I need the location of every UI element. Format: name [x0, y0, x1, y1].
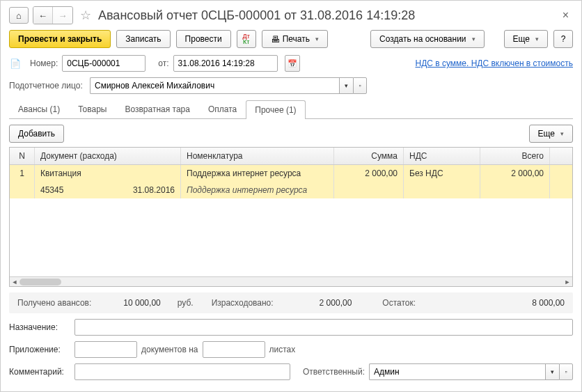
close-icon: × — [563, 9, 569, 21]
responsible-combo: ▾ ▫ — [369, 363, 573, 380]
cell-doc: Квитанция — [35, 165, 181, 182]
col-total[interactable]: Всего — [480, 148, 550, 164]
person-input[interactable] — [90, 77, 339, 94]
rest-value: 8 000,00 — [532, 298, 565, 308]
col-nom[interactable]: Номенклатура — [181, 148, 334, 164]
tab-returnable[interactable]: Возвратная тара — [116, 100, 199, 118]
sheets-count-input[interactable] — [203, 341, 265, 358]
cell-n: 1 — [10, 165, 35, 182]
date-label: от: — [158, 58, 168, 68]
help-icon: ? — [561, 34, 566, 44]
cell-nom-sub: Поддержка интернет ресурса — [181, 182, 334, 198]
person-dropdown-button[interactable]: ▾ — [339, 77, 353, 94]
titlebar: ⌂ ← → ☆ Авансовый отчет 0СЦБ-000001 от 3… — [9, 6, 573, 24]
create-based-label: Создать на основании — [379, 34, 466, 44]
grid-more-button[interactable]: Еще — [529, 125, 573, 143]
col-sum[interactable]: Сумма — [334, 148, 404, 164]
person-open-button[interactable]: ▫ — [353, 77, 367, 94]
header-row-2: Подотчетное лицо: ▾ ▫ — [9, 77, 573, 94]
currency-label: руб. — [178, 298, 194, 308]
purpose-input[interactable] — [74, 319, 573, 336]
home-button[interactable]: ⌂ — [9, 7, 29, 24]
cell-total: 2 000,00 — [480, 165, 550, 182]
note-icon[interactable]: 📄 — [9, 57, 22, 70]
close-button[interactable]: × — [558, 8, 573, 23]
calendar-button[interactable]: 📅 — [285, 55, 300, 72]
cell-doc-sub: 45345 31.08.2016 — [35, 182, 181, 198]
grid-header: N Документ (расхода) Номенклатура Сумма … — [10, 148, 572, 165]
footer-form: Назначение: Приложение: документов на ли… — [9, 319, 573, 386]
printer-icon: 🖶 — [271, 34, 280, 45]
responsible-dropdown-button[interactable]: ▾ — [545, 363, 559, 380]
add-button[interactable]: Добавить — [9, 125, 64, 143]
responsible-open-button[interactable]: ▫ — [559, 363, 573, 380]
col-n[interactable]: N — [10, 148, 35, 164]
star-icon: ☆ — [80, 8, 91, 23]
date-input[interactable] — [173, 55, 278, 72]
tab-payment[interactable]: Оплата — [199, 100, 246, 118]
responsible-label: Ответственный: — [303, 367, 365, 377]
save-button[interactable]: Записать — [116, 30, 170, 48]
number-label: Номер: — [30, 58, 58, 68]
col-nds[interactable]: НДС — [404, 148, 480, 164]
open-icon: ▫ — [565, 368, 567, 375]
cell-n-sub — [10, 182, 35, 198]
scroll-left-icon[interactable]: ◄ — [10, 277, 19, 287]
docs-on-label: документов на — [141, 345, 198, 354]
nav-group: ← → — [33, 6, 73, 24]
scroll-thumb[interactable] — [19, 279, 61, 285]
header-row-1: 📄 Номер: от: 📅 НДС в сумме. НДС включен … — [9, 55, 573, 72]
received-label: Получено авансов: — [17, 298, 91, 308]
arrow-left-icon: ← — [38, 10, 47, 21]
arrow-right-icon: → — [58, 10, 68, 21]
more-label: Еще — [513, 34, 530, 44]
vat-link[interactable]: НДС в сумме. НДС включен в стоимость — [415, 58, 573, 68]
print-label: Печать — [283, 34, 310, 44]
grid-more-label: Еще — [538, 129, 555, 139]
main-toolbar: Провести и закрыть Записать Провести ДтК… — [9, 30, 573, 48]
spent-value: 2 000,00 — [320, 298, 352, 308]
rest-label: Остаток: — [382, 298, 416, 308]
create-based-button[interactable]: Создать на основании — [370, 30, 485, 48]
tab-advances[interactable]: Авансы (1) — [9, 100, 69, 118]
tab-goods[interactable]: Товары — [69, 100, 116, 118]
print-button[interactable]: 🖶 Печать — [262, 30, 328, 48]
summary-bar: Получено авансов: 10 000,00 руб. Израсхо… — [9, 292, 573, 313]
help-button[interactable]: ? — [553, 30, 573, 48]
spent-label: Израсходовано: — [212, 298, 274, 308]
sheets-label: листах — [269, 345, 296, 354]
favorite-button[interactable]: ☆ — [77, 7, 94, 24]
chevron-down-icon: ▾ — [345, 82, 348, 89]
forward-button: → — [53, 7, 72, 24]
post-button[interactable]: Провести — [176, 30, 231, 48]
responsible-input[interactable] — [369, 363, 545, 380]
sub-num: 45345 — [40, 185, 110, 195]
tab-other[interactable]: Прочее (1) — [246, 100, 305, 119]
grid-toolbar: Добавить Еще — [9, 125, 573, 143]
comment-label: Комментарий: — [9, 367, 70, 377]
scroll-right-icon[interactable]: ► — [563, 277, 572, 287]
cell-nom: Поддержка интернет ресурса — [181, 165, 334, 182]
dt-kt-button[interactable]: ДтКт — [237, 30, 256, 48]
attachment-count-input[interactable] — [74, 341, 137, 358]
dt-kt-icon: ДтКт — [243, 33, 250, 45]
table-row[interactable]: 1 Квитанция Поддержка интернет ресурса 2… — [10, 165, 572, 182]
cell-nds: Без НДС — [404, 165, 480, 182]
post-close-button[interactable]: Провести и закрыть — [9, 30, 111, 48]
comment-input[interactable] — [74, 363, 290, 380]
col-doc[interactable]: Документ (расхода) — [35, 148, 181, 164]
number-input[interactable] — [62, 55, 146, 72]
grid-body: 1 Квитанция Поддержка интернет ресурса 2… — [10, 165, 572, 276]
table-row-sub[interactable]: 45345 31.08.2016 Поддержка интернет ресу… — [10, 182, 572, 198]
back-button[interactable]: ← — [33, 7, 53, 24]
tabs: Авансы (1) Товары Возвратная тара Оплата… — [9, 100, 573, 119]
person-label: Подотчетное лицо: — [9, 81, 86, 91]
received-value: 10 000,00 — [123, 298, 160, 308]
calendar-icon: 📅 — [288, 59, 297, 68]
purpose-label: Назначение: — [9, 322, 70, 332]
h-scrollbar[interactable]: ◄ ► — [10, 276, 572, 286]
window: ⌂ ← → ☆ Авансовый отчет 0СЦБ-000001 от 3… — [0, 0, 582, 392]
home-icon: ⌂ — [16, 10, 22, 21]
grid: N Документ (расхода) Номенклатура Сумма … — [9, 147, 573, 287]
more-button[interactable]: Еще — [504, 30, 548, 48]
